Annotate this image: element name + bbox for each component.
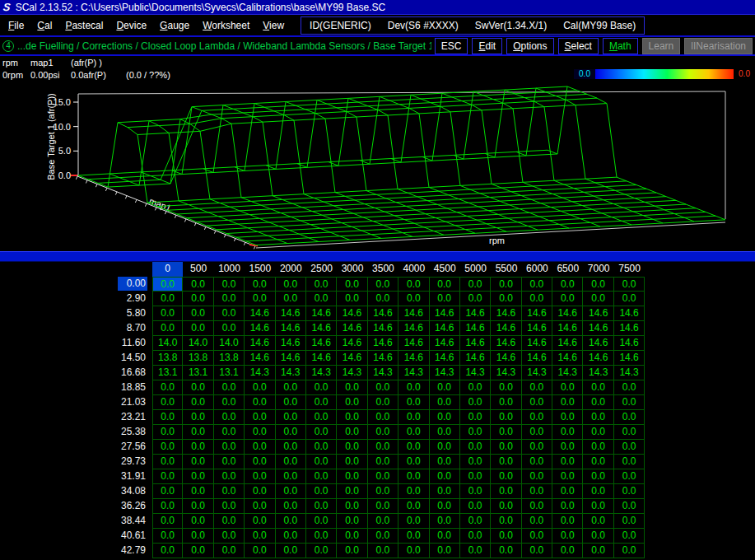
table-cell[interactable]: 0.0	[614, 440, 645, 455]
table-cell[interactable]: 0.0	[552, 277, 583, 292]
table-cell[interactable]: 0.0	[152, 277, 183, 292]
table-cell[interactable]: 0.0	[152, 484, 183, 499]
table-cell[interactable]: 0.0	[583, 380, 613, 395]
table-cell[interactable]: 14.6	[614, 321, 645, 336]
table-cell[interactable]: 14.6	[491, 306, 521, 321]
table-cell[interactable]: 0.0	[460, 514, 491, 529]
table-cell[interactable]: 14.6	[398, 336, 429, 351]
table-cell[interactable]: 14.6	[552, 336, 583, 351]
table-cell[interactable]: 0.0	[214, 514, 245, 529]
table-cell[interactable]: 0.0	[552, 440, 583, 455]
table-cell[interactable]: 0.0	[152, 425, 183, 440]
table-cell[interactable]: 0.0	[183, 321, 213, 336]
table-cell[interactable]: 0.0	[214, 469, 245, 484]
table-cell[interactable]: 0.0	[460, 440, 491, 455]
table-cell[interactable]: 0.0	[398, 277, 429, 292]
table-cell[interactable]: 0.0	[306, 380, 337, 395]
table-cell[interactable]: 0.0	[430, 529, 460, 544]
table-cell[interactable]: 14.6	[398, 321, 429, 336]
table-cell[interactable]: 0.0	[245, 277, 275, 292]
table-cell[interactable]: 0.0	[522, 292, 552, 306]
table-cell[interactable]: 0.0	[276, 277, 306, 292]
table-cell[interactable]: 14.6	[460, 351, 491, 366]
menu-gauge[interactable]: Gauge	[153, 16, 196, 35]
table-cell[interactable]: 0.0	[337, 410, 367, 425]
table-cell[interactable]: 0.0	[214, 380, 245, 395]
table-cell[interactable]: 0.0	[368, 484, 398, 499]
table-cell[interactable]: 0.0	[460, 277, 491, 292]
table-cell[interactable]: 0.0	[306, 292, 337, 306]
table-cell[interactable]: 0.0	[337, 395, 367, 410]
table-cell[interactable]: 0.0	[552, 455, 583, 469]
table-cell[interactable]: 0.0	[214, 321, 245, 336]
table-cell[interactable]: 14.6	[337, 336, 367, 351]
table-cell[interactable]: 0.0	[152, 529, 183, 544]
table-cell[interactable]: 0.0	[614, 455, 645, 469]
table-cell[interactable]: 0.0	[430, 425, 460, 440]
table-cell[interactable]: 14.6	[306, 321, 337, 336]
table-cell[interactable]: 0.0	[460, 455, 491, 469]
table-cell[interactable]: 14.6	[460, 306, 491, 321]
table-cell[interactable]: 0.0	[430, 484, 460, 499]
table-cell[interactable]: 0.0	[522, 277, 552, 292]
table-cell[interactable]: 0.0	[276, 514, 306, 529]
table-cell[interactable]: 0.0	[337, 425, 367, 440]
table-cell[interactable]: 0.0	[460, 380, 491, 395]
table-cell[interactable]: 0.0	[245, 410, 275, 425]
table-cell[interactable]: 0.0	[276, 440, 306, 455]
table-cell[interactable]: 0.0	[552, 410, 583, 425]
table-cell[interactable]: 14.3	[337, 366, 367, 380]
table-cell[interactable]: 0.0	[583, 277, 613, 292]
table-cell[interactable]: 14.6	[583, 336, 613, 351]
table-cell[interactable]: 14.6	[306, 336, 337, 351]
table-cell[interactable]: 0.0	[491, 292, 521, 306]
table-cell[interactable]: 0.0	[398, 292, 429, 306]
table-cell[interactable]: 14.6	[276, 336, 306, 351]
table-cell[interactable]: 0.0	[183, 292, 213, 306]
table-cell[interactable]: 13.1	[183, 366, 213, 380]
table-cell[interactable]: 14.6	[368, 336, 398, 351]
table-cell[interactable]: 0.0	[460, 425, 491, 440]
table-cell[interactable]: 0.0	[337, 292, 367, 306]
table-cell[interactable]: 0.0	[614, 544, 645, 558]
table-cell[interactable]: 14.3	[614, 366, 645, 380]
table-cell[interactable]: 0.0	[337, 499, 367, 514]
table-cell[interactable]: 0.0	[245, 425, 275, 440]
edit-button[interactable]: Edit	[472, 38, 502, 54]
table-cell[interactable]: 14.3	[276, 366, 306, 380]
table-cell[interactable]: 0.0	[460, 484, 491, 499]
table-cell[interactable]: 0.0	[306, 440, 337, 455]
table-cell[interactable]: 14.3	[306, 366, 337, 380]
table-cell[interactable]: 0.0	[398, 499, 429, 514]
table-cell[interactable]: 0.0	[522, 544, 552, 558]
table-cell[interactable]: 0.0	[368, 395, 398, 410]
table-cell[interactable]: 14.6	[491, 351, 521, 366]
table-cell[interactable]: 14.6	[337, 306, 367, 321]
menu-view[interactable]: View	[256, 16, 291, 35]
table-cell[interactable]: 14.6	[398, 306, 429, 321]
table-cell[interactable]: 0.0	[183, 410, 213, 425]
table-cell[interactable]: 14.6	[368, 306, 398, 321]
table-cell[interactable]: 14.6	[614, 351, 645, 366]
table-cell[interactable]: 0.0	[430, 380, 460, 395]
table-cell[interactable]: 14.6	[245, 336, 275, 351]
table-cell[interactable]: 0.0	[183, 544, 213, 558]
table-cell[interactable]: 0.0	[460, 544, 491, 558]
table-cell[interactable]: 0.0	[522, 440, 552, 455]
table-cell[interactable]: 0.0	[368, 544, 398, 558]
table-cell[interactable]: 0.0	[583, 395, 613, 410]
table-cell[interactable]: 0.0	[276, 410, 306, 425]
table-cell[interactable]: 0.0	[337, 277, 367, 292]
table-cell[interactable]: 0.0	[306, 455, 337, 469]
table-cell[interactable]: 14.6	[430, 321, 460, 336]
table-cell[interactable]: 14.6	[583, 351, 613, 366]
table-cell[interactable]: 0.0	[183, 380, 213, 395]
table-cell[interactable]: 0.0	[337, 380, 367, 395]
table-cell[interactable]: 0.0	[245, 380, 275, 395]
table-cell[interactable]: 0.0	[614, 529, 645, 544]
table-cell[interactable]: 0.0	[614, 469, 645, 484]
table-cell[interactable]: 14.6	[460, 321, 491, 336]
table-cell[interactable]: 0.0	[276, 484, 306, 499]
table-cell[interactable]: 0.0	[491, 455, 521, 469]
table-cell[interactable]: 0.0	[337, 455, 367, 469]
